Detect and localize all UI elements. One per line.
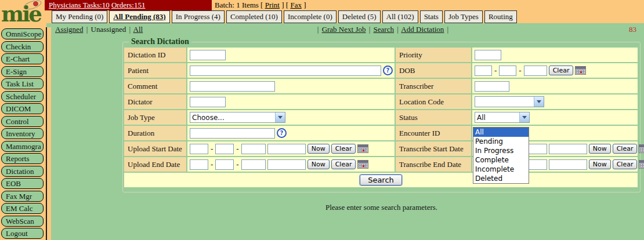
sidebar-item-mammography[interactable]: Mammogra [1,141,44,152]
tab-stats[interactable]: Stats [420,10,443,23]
fax-link[interactable]: Fax [290,1,302,9]
chevron-down-icon [534,97,544,107]
job-type-select[interactable]: Choose... [190,112,285,123]
tab-routing[interactable]: Routing [484,10,517,23]
time-input[interactable] [267,159,306,170]
date-dash: - [519,66,521,75]
sidebar-item-dicom[interactable]: DICOM [1,103,44,114]
upload-start-date-label: Upload Start Date [124,141,186,156]
sidebar-item-dictation[interactable]: Dictation [1,166,44,177]
sidebar-item-inventory[interactable]: Inventory [1,128,44,139]
date-year-input[interactable] [241,159,266,170]
add-dictation-link[interactable]: Add Dictation [401,25,444,34]
dob-clear-button[interactable]: Clear [549,66,574,75]
sidebar-item-webscan[interactable]: WebScan [1,216,44,227]
time-input[interactable] [549,144,587,154]
comment-input[interactable] [190,81,275,92]
patient-cell: ? [187,63,395,78]
now-button[interactable]: Now [307,159,330,169]
status-select[interactable]: All [475,112,530,123]
tab-my-pending[interactable]: My Pending (0) [52,10,107,23]
status-option-all[interactable]: All [473,128,529,137]
date-day-input[interactable] [215,159,234,170]
priority-input[interactable] [475,50,501,60]
sidebar-item-e-chart[interactable]: E-Chart [1,53,44,64]
clear-button[interactable]: Clear [613,159,638,169]
sidebar-item-fax-mgr[interactable]: Fax Mgr [1,191,44,202]
physicians-tasks-link[interactable]: Physicians Tasks:10 [49,1,110,9]
dob-year-input[interactable] [524,66,547,76]
status-option-pending[interactable]: Pending [473,137,529,146]
comment-label: Comment [124,79,186,93]
date-year-input[interactable] [241,144,266,154]
calendar-icon[interactable] [639,144,644,153]
grab-next-job-link[interactable]: Grab Next Job [322,25,366,34]
tab-completed[interactable]: Completed (10) [226,10,282,23]
now-button[interactable]: Now [307,144,330,154]
dictation-app-page: mie Physicians Tasks:10 Orders:151 Batch… [0,0,644,240]
date-month-input[interactable] [190,144,208,154]
duration-input[interactable] [190,128,275,139]
status-option-incomplete[interactable]: Incomplete [473,165,529,174]
time-input[interactable] [549,159,587,170]
help-icon[interactable]: ? [383,66,393,75]
clear-button[interactable]: Clear [613,144,638,154]
separator: | [447,25,449,34]
sidebar-item-task-list[interactable]: Task List [1,78,44,89]
date-day-input[interactable] [215,144,234,154]
chevron-down-icon [275,112,285,122]
calendar-icon[interactable] [639,160,644,169]
clear-button[interactable]: Clear [331,144,356,154]
clear-button[interactable]: Clear [331,159,356,169]
tab-deleted[interactable]: Deleted (5) [338,10,381,23]
sidebar-item-omniscope[interactable]: OmniScope [1,28,44,39]
dictation-id-input[interactable] [190,50,226,60]
sidebar-item-control[interactable]: Control [1,116,44,127]
calendar-icon[interactable] [575,66,586,75]
search-link[interactable]: Search [374,25,394,34]
tab-in-progress[interactable]: In Progress (4) [172,10,225,23]
patient-label: Patient [124,63,186,78]
sidebar-item-e-sign[interactable]: E-Sign [1,66,44,77]
calendar-icon[interactable] [357,144,368,153]
calendar-icon[interactable] [357,160,368,169]
dob-month-input[interactable] [475,66,492,76]
tab-job-types[interactable]: Job Types [444,10,483,23]
time-input[interactable] [267,144,306,154]
dob-day-input[interactable] [499,66,516,76]
search-button[interactable]: Search [360,174,402,186]
now-button[interactable]: Now [589,144,611,154]
sidebar-item-reports[interactable]: Reports [1,153,44,164]
date-month-input[interactable] [190,159,208,170]
tab-all[interactable]: All (102) [382,10,418,23]
date-dash: - [211,160,213,169]
sidebar-item-scheduler[interactable]: Scheduler [1,91,44,102]
patient-input[interactable] [190,66,381,76]
transcriber-input[interactable] [475,81,509,92]
now-button[interactable]: Now [589,159,611,169]
status-option-deleted[interactable]: Deleted [473,174,529,183]
status-option-in-progress[interactable]: In Progress [473,146,529,155]
location-code-select[interactable] [475,96,544,107]
help-icon[interactable]: ? [277,128,287,138]
sidebar-item-eob[interactable]: EOB [1,178,44,189]
batch-bar: Batch: 1 Items [ Print ] [ Fax ] [215,0,306,10]
dictator-input[interactable] [190,97,226,107]
job-type-label: Job Type [124,110,186,125]
tab-incomplete[interactable]: Incomplete (0) [284,10,337,23]
sidebar-item-logout[interactable]: Logout [1,228,44,239]
sidebar-item-checkin[interactable]: Checkin [1,41,44,52]
all-link[interactable]: All [133,25,143,34]
assigned-link[interactable]: Assigned [55,25,83,34]
orders-link[interactable]: Orders:151 [111,1,146,9]
sidebar-item-em-calc[interactable]: EM Calc [1,203,44,214]
task-counter-bar: Physicians Tasks:10 Orders:151 [45,0,212,10]
unassigned-current: Unassigned [91,25,126,34]
tab-bar: My Pending (0) All Pending (83) In Progr… [52,10,517,23]
fax-bracket-open: [ [286,1,288,9]
duration-cell: ? [187,126,395,140]
status-option-complete[interactable]: Complete [473,155,529,165]
separator: | [317,25,319,34]
print-link[interactable]: Print [265,1,280,9]
tab-all-pending[interactable]: All Pending (83) [109,10,169,23]
